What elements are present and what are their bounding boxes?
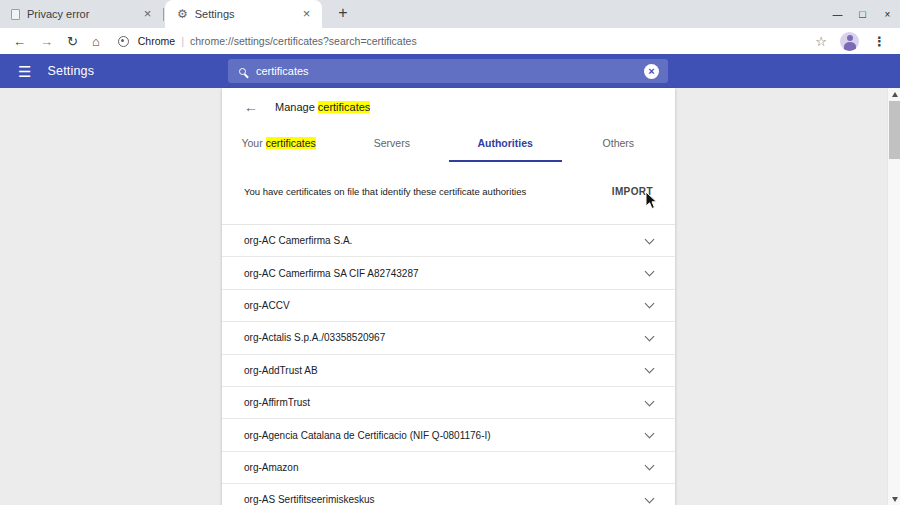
close-tab-icon[interactable]: × [140,7,155,22]
window-close-button[interactable]: × [875,0,900,28]
card-header: ← Managecertificates [222,88,675,126]
site-info-icon[interactable] [118,36,129,47]
address-url[interactable]: chrome://settings/certificates?search=ce… [190,35,417,47]
profile-avatar[interactable] [840,32,859,51]
home-icon[interactable]: ⌂ [92,35,100,48]
certificate-name: org-AC Camerfirma S.A. [244,235,352,246]
scroll-up-icon [892,92,898,97]
page-title-text: Manage [275,101,315,113]
certificate-row[interactable]: org-ACCV [222,290,675,322]
tab-servers[interactable]: Servers [335,126,448,162]
hamburger-menu-icon[interactable]: ☰ [18,64,31,79]
tab-label: Your [241,137,262,149]
description-row: You have certificates on file that ident… [222,162,675,225]
page-favicon-icon [11,9,20,20]
certificate-row[interactable]: org-AddTrust AB [222,355,675,387]
maximize-button[interactable]: □ [850,0,875,28]
reload-icon[interactable]: ↻ [67,35,78,48]
chevron-down-icon[interactable] [645,396,655,406]
certificate-name: org-AddTrust AB [244,365,318,376]
certificate-row[interactable]: org-Actalis S.p.A./03358520967 [222,322,675,354]
window-controls: — □ × [825,0,900,28]
clear-search-icon[interactable]: × [644,64,659,79]
chevron-down-icon[interactable] [645,493,655,503]
settings-search-box[interactable]: × [228,59,668,83]
authorities-list: org-AC Camerfirma S.A. org-AC Camerfirma… [222,225,675,505]
chevron-down-icon[interactable] [645,267,655,277]
certificate-name: org-Amazon [244,462,298,473]
site-label[interactable]: Chrome [138,35,175,47]
scroll-down-icon [892,497,898,502]
tab-title: Privacy error [27,8,140,20]
chevron-down-icon[interactable] [645,364,655,374]
settings-toolbar: ☰ Settings × [0,54,900,88]
chevron-down-icon[interactable] [645,429,655,439]
navigation-bar: ← → ↻ ⌂ Chrome | chrome://settings/certi… [0,28,900,54]
browser-window: Privacy error × ⚙ Settings × + — □ × ← →… [0,0,900,505]
certificate-tabs: Yourcertificates Servers Authorities Oth… [222,126,675,162]
forward-icon[interactable]: → [40,35,53,48]
import-button[interactable]: IMPORT [612,186,653,197]
url-separator: | [181,35,184,47]
back-icon[interactable]: ← [13,35,26,48]
certificate-row[interactable]: org-AffirmTrust [222,387,675,419]
chevron-down-icon[interactable] [645,331,655,341]
certificate-name: org-ACCV [244,300,290,311]
tab-others[interactable]: Others [562,126,675,162]
scroll-up-button[interactable] [888,88,900,100]
certificate-name: org-AC Camerfirma SA CIF A82743287 [244,268,419,279]
minimize-button[interactable]: — [825,0,850,28]
certificate-row[interactable]: org-Agencia Catalana de Certificacio (NI… [222,419,675,451]
scroll-down-button[interactable] [888,493,900,505]
chevron-down-icon[interactable] [645,234,655,244]
certificate-row[interactable]: org-AC Camerfirma S.A. [222,225,675,257]
certificate-name: org-Actalis S.p.A./03358520967 [244,332,385,343]
certificate-name: org-Agencia Catalana de Certificacio (NI… [244,430,491,441]
authorities-description: You have certificates on file that ident… [244,186,602,197]
settings-gear-favicon-icon: ⚙ [177,8,188,20]
page-title: Managecertificates [275,101,370,113]
nav-right-group: ☆ ⋮ [808,32,894,51]
certificate-row[interactable]: org-Amazon [222,452,675,484]
certificate-row[interactable]: org-AS Sertifitseerimiskeskus [222,484,675,505]
search-icon [239,68,246,75]
vertical-scrollbar[interactable] [887,88,900,505]
settings-title: Settings [47,64,94,78]
tab-authorities[interactable]: Authorities [449,126,562,162]
bookmark-star-icon[interactable]: ☆ [815,34,827,49]
tab-strip: Privacy error × ⚙ Settings × + — □ × [0,0,900,28]
scrollbar-thumb[interactable] [889,101,900,159]
new-tab-button[interactable]: + [333,4,353,24]
tab-label-highlight: certificates [266,137,316,149]
page-content: ← Managecertificates Yourcertificates Se… [0,88,900,505]
tab-settings[interactable]: ⚙ Settings × [165,0,322,28]
tab-privacy-error[interactable]: Privacy error × [0,0,163,28]
certificate-row[interactable]: org-AC Camerfirma SA CIF A82743287 [222,257,675,289]
page-title-highlight: certificates [318,101,371,113]
settings-search-input[interactable] [256,65,644,77]
tab-title: Settings [195,8,299,20]
tab-separator [163,8,164,21]
chevron-down-icon[interactable] [645,299,655,309]
tab-your-certificates[interactable]: Yourcertificates [222,126,335,162]
chevron-down-icon[interactable] [645,461,655,471]
close-tab-icon[interactable]: × [299,7,314,22]
certificate-name: org-AffirmTrust [244,397,310,408]
menu-more-icon[interactable]: ⋮ [873,34,886,49]
certificates-card: ← Managecertificates Yourcertificates Se… [222,88,675,505]
certificate-name: org-AS Sertifitseerimiskeskus [244,494,375,505]
page-back-icon[interactable]: ← [244,100,258,114]
